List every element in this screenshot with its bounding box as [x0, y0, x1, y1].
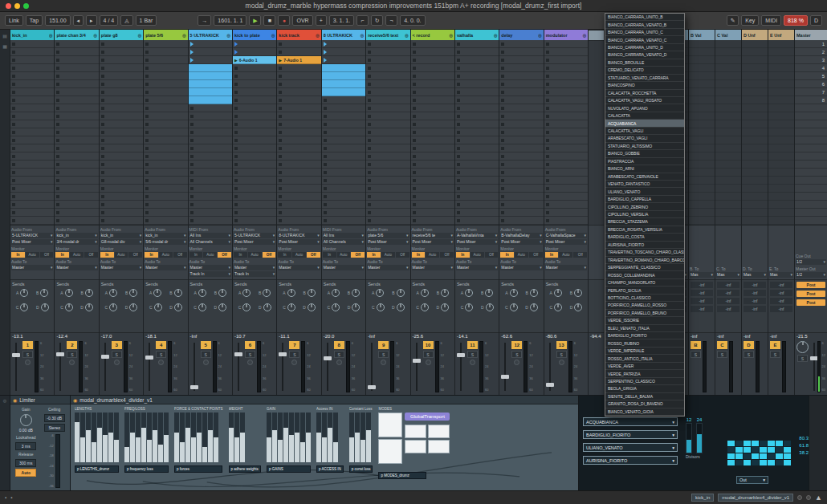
return-track-header[interactable]: C Val — [715, 30, 741, 40]
clip-slot[interactable] — [10, 80, 54, 88]
marble-preset-item[interactable]: ROSSO_COLLEMANDINA — [605, 271, 684, 278]
clip-slot[interactable] — [55, 169, 98, 177]
solo-button[interactable]: S — [743, 351, 754, 358]
track-activator-icon[interactable]: ◎ — [405, 33, 408, 38]
global-transport-button[interactable]: GlobalTransport — [405, 413, 450, 421]
track-activator-icon[interactable]: ◎ — [49, 33, 52, 38]
param-slider[interactable] — [174, 413, 179, 462]
clip-slot[interactable] — [100, 72, 143, 80]
output-select[interactable]: Master▾ — [145, 265, 186, 270]
send-knob[interactable] — [41, 303, 49, 311]
clip-slot[interactable] — [366, 177, 409, 185]
param-slider[interactable] — [300, 413, 305, 462]
clip-slot[interactable] — [55, 209, 98, 217]
clip-slot[interactable] — [100, 56, 143, 64]
clip-slot[interactable] — [411, 152, 454, 161]
track-activator-button[interactable]: 9 — [378, 341, 389, 349]
voice-marble-select[interactable]: ULIANO_VENATO▾ — [583, 443, 678, 452]
clip-slot[interactable] — [277, 120, 320, 128]
pan-knob[interactable] — [796, 341, 809, 353]
marble-preset-item[interactable]: TRAVERTINO_ROMANO_CHIARO_BARCO — [605, 257, 684, 264]
track-activator-button[interactable]: 11 — [467, 341, 478, 349]
clip-slot[interactable] — [544, 201, 588, 209]
return-track-header[interactable]: B Val — [689, 30, 715, 40]
send-value[interactable]: -inf — [743, 298, 766, 304]
clip-slot[interactable] — [100, 128, 143, 136]
output-select[interactable]: Master▾ — [100, 265, 142, 270]
marble-preset-item[interactable]: ULIANO_VENATO — [605, 188, 684, 195]
grid-cell[interactable] — [776, 460, 783, 465]
clip-slot[interactable] — [10, 209, 54, 217]
monitor-in-button[interactable]: In — [367, 252, 381, 258]
clip-slot[interactable] — [189, 152, 232, 161]
scene-slot[interactable] — [795, 152, 827, 161]
output-select[interactable]: Master▾ — [323, 265, 365, 270]
monitor-auto-button[interactable]: Auto — [381, 252, 395, 258]
monitor-in-button[interactable]: In — [145, 252, 158, 258]
clip-slot[interactable] — [455, 96, 499, 104]
clip-slot[interactable] — [233, 120, 276, 128]
send-knob[interactable] — [287, 303, 295, 311]
clip-slot[interactable] — [233, 48, 276, 56]
volume-readout[interactable]: -20.0 — [324, 334, 364, 341]
monitor-in-button[interactable]: In — [55, 252, 69, 258]
track-header[interactable]: kick_in◎ — [10, 30, 54, 40]
clip-slot[interactable] — [189, 40, 232, 48]
clip-slot[interactable] — [544, 80, 588, 88]
clip-slot[interactable] — [366, 209, 409, 217]
clip-slot[interactable] — [144, 169, 187, 177]
modes-cell[interactable] — [428, 440, 450, 453]
clip-slot[interactable] — [189, 88, 232, 96]
grid-cell[interactable] — [735, 453, 743, 459]
clip-slot[interactable] — [455, 40, 499, 48]
track-header[interactable]: receive5/6 text◎ — [366, 30, 409, 40]
marble-preset-item[interactable]: BIANCO_VENATO_GIOIA — [605, 408, 684, 416]
clip-slot[interactable] — [544, 185, 588, 193]
clip-slot[interactable] — [411, 136, 454, 144]
tap-tempo-button[interactable]: Tap — [26, 15, 43, 26]
clip-slot[interactable] — [144, 209, 187, 217]
clip-slot[interactable] — [499, 152, 543, 161]
clip-slot[interactable] — [322, 144, 365, 152]
clip-slot[interactable] — [366, 128, 409, 136]
send-knob[interactable] — [263, 303, 271, 311]
param-slider[interactable] — [267, 413, 271, 462]
clip-slot[interactable] — [455, 217, 499, 225]
volume-fader[interactable] — [501, 341, 510, 392]
volume-readout[interactable]: -inf — [717, 334, 739, 341]
send-value[interactable]: -inf — [717, 282, 739, 288]
send-value[interactable]: -inf — [691, 290, 713, 296]
clip-slot[interactable] — [10, 177, 54, 185]
loop-icon[interactable]: ↻ — [371, 15, 383, 26]
clip-slot[interactable] — [233, 112, 276, 120]
clip-slot[interactable] — [144, 104, 187, 112]
clip-slot[interactable] — [411, 112, 454, 120]
clip-slot[interactable] — [499, 112, 543, 120]
marble-preset-item[interactable]: CALACATTA_VAGLI — [605, 128, 684, 135]
param-store-button[interactable]: p adhere weights — [229, 465, 261, 473]
clip-slot[interactable] — [233, 161, 276, 169]
marble-preset-item[interactable]: BEOLA_GRIGIA — [605, 385, 684, 392]
clip-slot[interactable] — [55, 48, 98, 56]
fader-handle[interactable] — [457, 353, 465, 357]
send-knob[interactable] — [332, 303, 340, 311]
return-activator-button[interactable]: D — [743, 341, 754, 349]
device-view-icon[interactable]: ▦ — [2, 43, 7, 49]
clip-slot[interactable] — [322, 161, 365, 169]
clip-slot[interactable] — [100, 112, 143, 120]
clip-slot[interactable] — [233, 193, 276, 201]
clip-slot[interactable] — [411, 80, 454, 88]
marble-preset-item[interactable]: NUVOLATO_APUANO — [605, 104, 684, 112]
return-activator-button[interactable]: C — [717, 341, 727, 349]
solo-button[interactable]: S — [691, 351, 701, 358]
input-select[interactable]: kick_in▾ — [100, 233, 142, 238]
volume-readout[interactable]: -inf — [770, 334, 792, 341]
solo-button[interactable]: S — [717, 351, 727, 358]
input-channel-select[interactable]: 3/4-modal dr▾ — [55, 239, 97, 245]
param-slider[interactable] — [153, 413, 157, 462]
clip-slot[interactable] — [55, 72, 98, 80]
fader-handle[interactable] — [368, 385, 376, 389]
monitor-off-button[interactable]: Off — [84, 252, 98, 258]
clip-slot[interactable] — [233, 169, 276, 177]
clip-slot[interactable] — [277, 152, 320, 161]
